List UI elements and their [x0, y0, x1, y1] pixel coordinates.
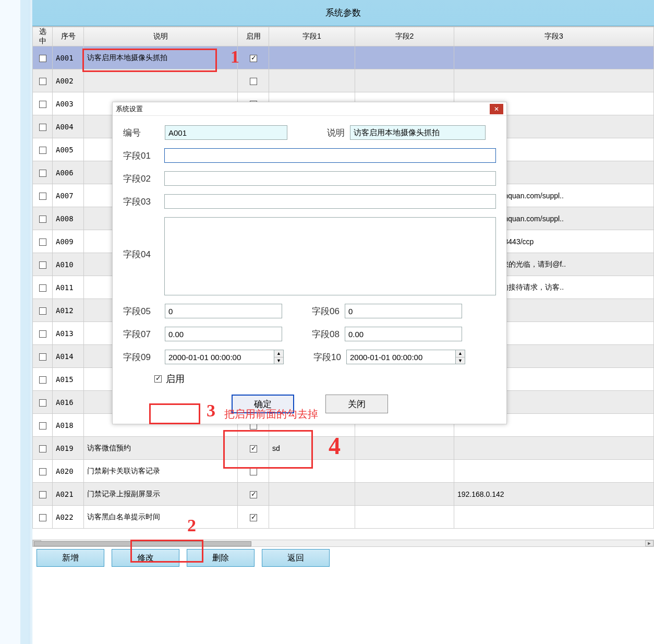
row-checkbox[interactable] [39, 170, 46, 177]
label-f03: 字段03 [123, 196, 159, 208]
enable-checkbox[interactable] [250, 491, 257, 498]
label-f07: 字段07 [123, 328, 160, 340]
cell-no: A009 [53, 230, 84, 253]
col-field1[interactable]: 字段1 [269, 27, 355, 46]
enable-checkbox[interactable] [250, 78, 257, 85]
input-f05[interactable] [165, 304, 282, 318]
row-checkbox[interactable] [39, 399, 46, 407]
row-checkbox[interactable] [39, 78, 46, 85]
spin-down-icon[interactable]: ▼ [274, 357, 283, 364]
col-no[interactable]: 序号 [53, 27, 84, 46]
spin-up-icon[interactable]: ▲ [274, 350, 283, 357]
enable-checkbox[interactable] [250, 468, 257, 475]
cell-f1 [269, 46, 355, 69]
dialog-title: 系统设置 [116, 104, 143, 114]
row-checkbox[interactable] [39, 147, 46, 154]
label-f09: 字段09 [123, 351, 160, 363]
cell-f1 [269, 483, 355, 506]
scroll-thumb[interactable] [34, 541, 251, 546]
cell-no: A001 [53, 46, 84, 69]
spin-down-icon[interactable]: ▼ [456, 357, 465, 364]
cell-f2 [355, 483, 454, 506]
row-checkbox[interactable] [39, 193, 46, 200]
table-row[interactable]: A019访客微信预约sd [33, 437, 654, 460]
row-checkbox[interactable] [39, 284, 46, 292]
enable-checkbox[interactable] [250, 55, 257, 62]
cell-no: A002 [53, 69, 84, 92]
input-desc[interactable] [350, 125, 486, 140]
row-checkbox[interactable] [39, 376, 46, 384]
label-f01: 字段01 [123, 150, 159, 162]
enable-checkbox[interactable] [250, 445, 257, 452]
input-f09-text[interactable] [165, 350, 274, 364]
input-f10[interactable]: ▲▼ [346, 350, 465, 364]
row-checkbox[interactable] [39, 307, 46, 315]
cell-f2 [355, 437, 454, 460]
ok-button[interactable]: 确定 [232, 395, 294, 413]
row-checkbox[interactable] [39, 216, 46, 223]
row-checkbox[interactable] [39, 55, 46, 62]
label-no: 编号 [123, 127, 160, 139]
spin-up-icon[interactable]: ▲ [456, 350, 465, 357]
table-row[interactable]: A002 [33, 69, 654, 92]
label-f08: 字段08 [308, 328, 340, 340]
table-row[interactable]: A022访客黑白名单提示时间 [33, 506, 654, 529]
input-f06[interactable] [345, 304, 462, 318]
close-icon[interactable]: ✕ [490, 104, 503, 114]
col-desc[interactable]: 说明 [84, 27, 238, 46]
label-desc: 说明 [313, 127, 345, 139]
table-row[interactable]: A020门禁刷卡关联访客记录 [33, 460, 654, 483]
scroll-right-icon[interactable]: ► [645, 540, 653, 546]
row-checkbox[interactable] [39, 422, 46, 430]
table-row[interactable]: A021门禁记录上报副屏显示192.168.0.142 [33, 483, 654, 506]
cell-no: A012 [53, 299, 84, 322]
add-button[interactable]: 新增 [37, 549, 104, 567]
cell-desc: 访客启用本地摄像头抓拍 [84, 46, 238, 69]
row-checkbox[interactable] [39, 261, 46, 269]
input-f07[interactable] [165, 327, 282, 341]
cell-f2 [355, 46, 454, 69]
cell-desc: 门禁记录上报副屏显示 [84, 483, 238, 506]
row-checkbox[interactable] [39, 445, 46, 452]
col-select[interactable]: 选中 [33, 27, 53, 46]
row-checkbox[interactable] [39, 353, 46, 361]
row-checkbox[interactable] [39, 238, 46, 246]
cell-no: A004 [53, 115, 84, 138]
input-f02[interactable] [164, 171, 496, 186]
row-checkbox[interactable] [39, 468, 46, 475]
input-f04[interactable] [164, 217, 496, 295]
cell-no: A003 [53, 92, 84, 115]
row-checkbox[interactable] [39, 491, 46, 498]
cell-no: A013 [53, 322, 84, 345]
enable-checkbox[interactable] [154, 375, 162, 383]
settings-dialog: 系统设置 ✕ 编号 说明 字段01 字段02 字段03 [112, 102, 507, 424]
col-enable[interactable]: 启用 [238, 27, 269, 46]
cell-f3 [454, 69, 654, 92]
cell-desc [84, 69, 238, 92]
cell-no: A011 [53, 276, 84, 299]
row-checkbox[interactable] [39, 124, 46, 131]
edit-button[interactable]: 修改 [112, 549, 179, 567]
row-checkbox[interactable] [39, 101, 46, 108]
back-button[interactable]: 返回 [262, 549, 330, 567]
col-field2[interactable]: 字段2 [355, 27, 454, 46]
col-field3[interactable]: 字段3 [454, 27, 654, 46]
cell-no: A020 [53, 460, 84, 483]
input-f10-text[interactable] [346, 350, 456, 364]
dialog-titlebar[interactable]: 系统设置 ✕ [113, 102, 506, 116]
input-no[interactable] [165, 125, 287, 140]
label-f05: 字段05 [123, 305, 160, 317]
close-button[interactable]: 关闭 [325, 395, 388, 413]
cell-no: A005 [53, 138, 84, 161]
cell-no: A010 [53, 253, 84, 276]
input-f03[interactable] [164, 194, 496, 209]
row-checkbox[interactable] [39, 514, 46, 521]
input-f09[interactable]: ▲▼ [165, 350, 284, 364]
delete-button[interactable]: 删除 [187, 549, 255, 567]
enable-checkbox[interactable] [250, 514, 257, 521]
input-f01[interactable] [164, 148, 496, 163]
row-checkbox[interactable] [39, 330, 46, 338]
horizontal-scrollbar[interactable]: ◄ ► [32, 540, 654, 547]
input-f08[interactable] [345, 327, 462, 341]
table-row[interactable]: A001访客启用本地摄像头抓拍 [33, 46, 654, 69]
